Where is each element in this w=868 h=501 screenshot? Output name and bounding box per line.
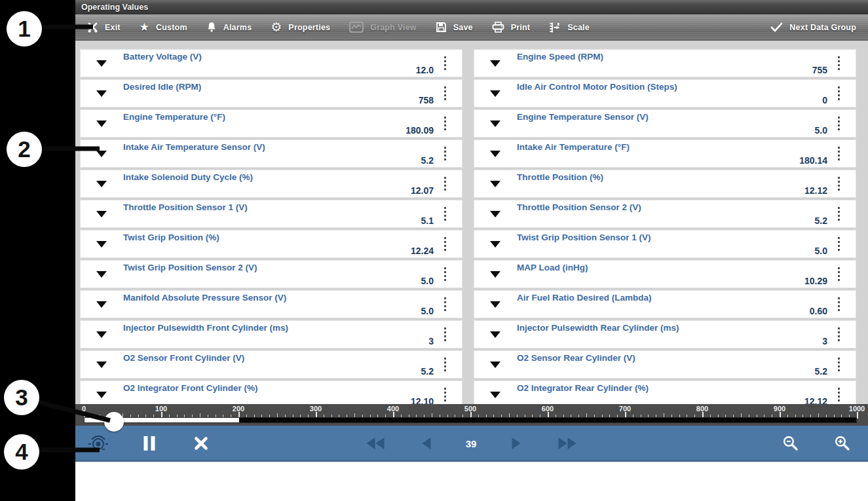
row-expand-button[interactable] — [80, 260, 123, 288]
print-button[interactable]: Print — [492, 22, 530, 33]
parameter-value: 758 — [419, 95, 434, 105]
playback-bar: 39 — [75, 426, 868, 462]
parameter-readout: Twist Grip Position Sensor 2 (V) 5.0 — [123, 260, 436, 288]
screen: Operating Values Exit ★ Custom Alarms — [0, 0, 868, 501]
dropdown-arrow-icon — [490, 241, 500, 248]
dropdown-arrow-icon — [96, 331, 107, 338]
save-button[interactable]: Save — [436, 22, 473, 33]
row-menu-dots-icon[interactable] — [830, 290, 847, 318]
timeline-track[interactable] — [84, 417, 857, 423]
timeline-ruler-inner: 01002003004005006007008009001000 — [84, 404, 857, 426]
properties-label: Properties — [288, 23, 330, 32]
row-expand-button[interactable] — [474, 350, 517, 379]
row-expand-button[interactable] — [80, 230, 123, 258]
parameter-value: 180.14 — [799, 155, 827, 166]
row-menu-dots-icon[interactable] — [830, 109, 847, 138]
row-menu-dots-icon[interactable] — [830, 79, 847, 107]
row-expand-button[interactable] — [80, 290, 123, 318]
graph-icon — [349, 22, 364, 33]
row-menu-dots-icon[interactable] — [436, 139, 453, 168]
row-menu-dots-icon[interactable] — [436, 79, 453, 107]
step-forward-button[interactable] — [512, 437, 521, 449]
rewind-button[interactable] — [367, 437, 385, 449]
parameter-value: 755 — [812, 65, 827, 75]
timeline-slider-handle[interactable] — [104, 412, 124, 432]
parameter-readout: Twist Grip Position (%) 12.24 — [123, 230, 436, 258]
row-menu-dots-icon[interactable] — [436, 230, 453, 258]
row-expand-button[interactable] — [80, 170, 123, 198]
parameter-row: MAP Load (inHg) 10.29 — [474, 260, 856, 288]
stop-button[interactable] — [194, 436, 209, 451]
row-expand-button[interactable] — [474, 200, 517, 228]
dropdown-arrow-icon — [96, 181, 107, 187]
row-expand-button[interactable] — [80, 49, 123, 77]
snapshot-button[interactable] — [87, 434, 109, 453]
row-expand-button[interactable] — [474, 320, 517, 348]
dropdown-arrow-icon — [96, 90, 107, 97]
row-menu-dots-icon[interactable] — [436, 350, 453, 379]
next-data-group-button[interactable]: Next Data Group — [770, 22, 856, 32]
row-expand-button[interactable] — [474, 79, 517, 107]
row-menu-dots-icon[interactable] — [830, 350, 847, 379]
row-expand-button[interactable] — [80, 200, 123, 228]
row-expand-button[interactable] — [474, 290, 517, 318]
properties-button[interactable]: ⚙ Properties — [271, 22, 330, 33]
dropdown-arrow-icon — [490, 392, 500, 398]
parameter-readout: O2 Sensor Front Cylinder (V) 5.2 — [123, 350, 436, 379]
row-expand-button[interactable] — [80, 139, 123, 168]
exit-label: Exit — [105, 23, 121, 32]
row-expand-button[interactable] — [80, 109, 123, 138]
row-expand-button[interactable] — [80, 350, 123, 379]
timeline-ruler[interactable]: 01002003004005006007008009001000 — [75, 404, 868, 426]
custom-button[interactable]: ★ Custom — [140, 22, 187, 33]
row-menu-dots-icon[interactable] — [830, 230, 847, 258]
printer-icon — [492, 22, 504, 33]
row-expand-button[interactable] — [474, 49, 517, 77]
parameter-row: Intake Air Temperature Sensor (V) 5.2 — [80, 139, 462, 168]
row-expand-button[interactable] — [474, 260, 517, 288]
row-menu-dots-icon[interactable] — [436, 320, 453, 348]
row-menu-dots-icon[interactable] — [830, 170, 847, 198]
row-menu-dots-icon[interactable] — [436, 290, 453, 318]
parameter-readout: Manifold Absolute Pressure Sensor (V) 5.… — [123, 290, 436, 318]
parameter-value: 12.07 — [411, 185, 434, 196]
alarms-button[interactable]: Alarms — [206, 22, 252, 33]
dropdown-arrow-icon — [96, 301, 107, 308]
pause-icon — [144, 436, 155, 451]
rewind-icon — [367, 437, 385, 449]
row-expand-button[interactable] — [474, 170, 517, 198]
scale-button[interactable]: Scale — [549, 22, 590, 33]
row-expand-button[interactable] — [474, 230, 517, 258]
row-menu-dots-icon[interactable] — [436, 49, 453, 77]
row-menu-dots-icon[interactable] — [436, 170, 453, 198]
pause-button[interactable] — [144, 436, 155, 451]
fast-forward-button[interactable] — [559, 437, 576, 449]
row-menu-dots-icon[interactable] — [436, 109, 453, 138]
parameter-value: 5.2 — [815, 215, 827, 226]
zoom-in-button[interactable] — [834, 435, 851, 452]
row-menu-dots-icon[interactable] — [830, 260, 847, 288]
exit-button[interactable]: Exit — [87, 22, 121, 33]
parameter-readout: Air Fuel Ratio Desired (Lambda) 0.60 — [517, 290, 830, 318]
step-back-button[interactable] — [423, 437, 431, 449]
parameter-label: O2 Sensor Rear Cylinder (V) — [517, 353, 635, 363]
row-menu-dots-icon[interactable] — [436, 260, 453, 288]
row-expand-button[interactable] — [80, 79, 123, 107]
parameter-value: 0 — [822, 95, 827, 105]
star-icon: ★ — [140, 22, 149, 33]
row-expand-button[interactable] — [474, 109, 517, 138]
row-menu-dots-icon[interactable] — [830, 139, 847, 168]
row-menu-dots-icon[interactable] — [436, 200, 453, 228]
parameter-label: Battery Voltage (V) — [123, 52, 202, 62]
dropdown-arrow-icon — [490, 90, 500, 97]
row-menu-dots-icon[interactable] — [830, 200, 847, 228]
row-menu-dots-icon[interactable] — [830, 320, 847, 348]
parameter-label: Engine Temperature Sensor (V) — [517, 112, 649, 122]
zoom-out-button[interactable] — [782, 435, 799, 452]
parameter-readout: Idle Air Control Motor Position (Steps) … — [517, 79, 830, 107]
row-menu-dots-icon[interactable] — [830, 49, 847, 77]
row-expand-button[interactable] — [80, 320, 123, 348]
row-expand-button[interactable] — [474, 139, 517, 168]
parameter-readout: Engine Temperature (°F) 180.09 — [123, 109, 436, 138]
floppy-icon — [436, 22, 447, 33]
